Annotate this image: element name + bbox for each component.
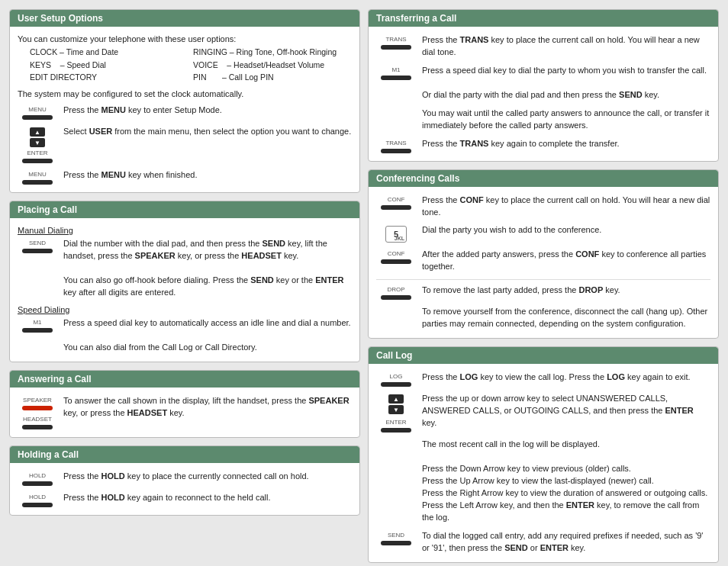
conf-step3-text: After the added party answers, press the… bbox=[422, 249, 710, 273]
five-key-sub: JKL bbox=[395, 236, 404, 241]
arrow-log-text: Press the up or down arrow key to select… bbox=[422, 393, 710, 429]
menu-step3-text: Press the MENU key when finished. bbox=[63, 169, 352, 182]
answering-row: SPEAKER HEADSET To answer the call shown… bbox=[18, 395, 352, 429]
enter-log-btn[interactable] bbox=[381, 428, 411, 433]
speed-heading: Speed Dialing bbox=[18, 305, 352, 314]
trans-wait-text: You may wait until the called party answ… bbox=[422, 108, 710, 132]
send-log-label: SEND bbox=[388, 532, 404, 539]
up-arrow-log[interactable]: ▲ bbox=[388, 394, 404, 404]
send-bold: SEND bbox=[263, 239, 286, 248]
send-bold-trans: SEND bbox=[619, 90, 643, 99]
calllog-body: LOG Press the LOG key to view the call l… bbox=[369, 364, 718, 561]
down-arrow-log[interactable]: ▼ bbox=[388, 405, 404, 414]
trans-key-btn2[interactable] bbox=[381, 149, 411, 153]
menu-step1-row: MENU Press the MENU key to enter Setup M… bbox=[18, 105, 352, 120]
m1-key-col: M1 bbox=[18, 317, 57, 333]
user-setup-body: You can customize your telephone with th… bbox=[10, 27, 359, 192]
speaker-key-label: SPEAKER bbox=[23, 397, 52, 404]
drop-step4-row: DROP To remove the last party added, pre… bbox=[376, 285, 710, 300]
m1-trans-btn[interactable] bbox=[381, 76, 411, 80]
user-setup-intro: You can customize your telephone with th… bbox=[18, 34, 352, 43]
placing-header: Placing a Call bbox=[10, 201, 359, 218]
trans-bold1: TRANS bbox=[460, 35, 489, 44]
menu-key-btn1[interactable] bbox=[22, 115, 53, 120]
arrow-key-col: ▲ ▼ ENTER bbox=[18, 126, 57, 163]
option-ringing: RINGING – Ring Tone, Off-hook Ringing bbox=[193, 47, 352, 58]
up-arrow-btn[interactable]: ▲ bbox=[30, 127, 45, 137]
trans-key-btn1[interactable] bbox=[381, 45, 411, 50]
hold-key-col1: HOLD bbox=[18, 471, 57, 486]
m1-key-label: M1 bbox=[33, 319, 41, 326]
menu-bold3: MENU bbox=[101, 170, 126, 179]
send-key-btn[interactable] bbox=[22, 249, 53, 253]
menu-bold1: MENU bbox=[101, 105, 126, 114]
user-setup-options: CLOCK – Time and Date RINGING – Ring Ton… bbox=[18, 47, 352, 85]
drop-key-btn[interactable] bbox=[381, 295, 411, 300]
menu-key-col1: MENU bbox=[18, 105, 57, 120]
hold-key-label2: HOLD bbox=[29, 494, 46, 500]
hold-step2-row: HOLD Press the HOLD key again to reconne… bbox=[18, 492, 352, 507]
m1-trans-key-col: M1 bbox=[376, 65, 416, 80]
conf-key-btn2[interactable] bbox=[381, 259, 411, 264]
enter-log-label: ENTER bbox=[385, 419, 406, 426]
send-log-key-col: SEND bbox=[376, 530, 416, 545]
arrow-step2-row: ▲ ▼ ENTER Select USER from the main menu… bbox=[18, 126, 352, 163]
conferencing-header: Conferencing Calls bbox=[369, 170, 718, 187]
right-column: Transferring a Call TRANS Press the TRAN… bbox=[368, 9, 719, 563]
holding-body: HOLD Press the HOLD key to place the cur… bbox=[10, 463, 359, 515]
log-key-label: LOG bbox=[390, 373, 403, 380]
conf-key-btn1[interactable] bbox=[381, 205, 411, 210]
recent-row: The most recent call in the log will be … bbox=[376, 439, 710, 524]
conf-step5-text: To remove yourself from the conference, … bbox=[422, 306, 710, 330]
trans-key-col2: TRANS bbox=[376, 138, 416, 153]
holding-header: Holding a Call bbox=[10, 446, 359, 463]
log-bold1: LOG bbox=[460, 372, 478, 381]
speaker-bold-ans: SPEAKER bbox=[308, 396, 349, 405]
enter-bold: ENTER bbox=[315, 275, 343, 285]
log-key-btn[interactable] bbox=[381, 382, 411, 387]
send-log-row: SEND To dial the logged call entry, add … bbox=[376, 530, 710, 555]
enter-key-btn[interactable] bbox=[22, 159, 53, 163]
answering-body: SPEAKER HEADSET To answer the call shown… bbox=[10, 388, 359, 437]
answering-section: Answering a Call SPEAKER HEADSET To answ… bbox=[9, 370, 360, 438]
transferring-body: TRANS Press the TRANS key to place the c… bbox=[369, 27, 718, 161]
hold-step2-text: Press the HOLD key again to reconnect to… bbox=[63, 492, 352, 504]
trans-key-col1: TRANS bbox=[376, 34, 416, 50]
conf-step5-key-col bbox=[376, 306, 416, 307]
down-arrow-btn[interactable]: ▼ bbox=[30, 138, 45, 147]
headset-key-btn[interactable] bbox=[22, 425, 53, 429]
conf-key-label2: CONF bbox=[388, 250, 405, 257]
conf-five-key-col: 5JKL bbox=[376, 224, 416, 243]
hold-key-btn1[interactable] bbox=[22, 481, 53, 486]
conf-divider bbox=[376, 279, 710, 280]
m1-trans-row: M1 Press a speed dial key to dial the pa… bbox=[376, 65, 710, 101]
send-bold-log: SEND bbox=[504, 543, 528, 552]
m1-trans-label: M1 bbox=[391, 66, 400, 73]
manual-text: Dial the number with the dial pad, and t… bbox=[63, 238, 352, 299]
placing-section: Placing a Call Manual Dialing SEND Dial … bbox=[9, 201, 360, 362]
speed-text: Press a speed dial key to automatically … bbox=[63, 317, 352, 354]
conf-bold2: CONF bbox=[575, 249, 599, 259]
hold-key-label1: HOLD bbox=[29, 472, 46, 479]
recent-text: The most recent call in the log will be … bbox=[422, 439, 710, 524]
m1-speed-row: M1 Press a speed dial key to automatical… bbox=[18, 317, 352, 354]
main-layout: User Setup Options You can customize you… bbox=[9, 9, 719, 563]
drop-bold: DROP bbox=[578, 285, 603, 294]
conf-step1-text: Press the CONF key to place the current … bbox=[422, 195, 710, 219]
conf-key-col1: CONF bbox=[376, 195, 416, 210]
menu-key-btn3[interactable] bbox=[22, 180, 53, 185]
enter-bold-log: ENTER bbox=[665, 406, 694, 415]
drop-key-col: DROP bbox=[376, 285, 416, 300]
log-step1-row: LOG Press the LOG key to view the call l… bbox=[376, 371, 710, 387]
m1-key-btn[interactable] bbox=[22, 328, 53, 333]
menu-step3-row: MENU Press the MENU key when finished. bbox=[18, 169, 352, 185]
calllog-section: Call Log LOG Press the LOG key to view t… bbox=[368, 346, 719, 562]
speaker-key-btn[interactable] bbox=[22, 406, 53, 410]
send-log-btn[interactable] bbox=[381, 541, 411, 545]
send-manual-row: SEND Dial the number with the dial pad, … bbox=[18, 238, 352, 299]
conferencing-body: CONF Press the CONF key to place the cur… bbox=[369, 187, 718, 339]
hold-key-btn2[interactable] bbox=[22, 503, 53, 507]
option-voice: VOICE – Headset/Headset Volume bbox=[193, 59, 352, 71]
send-bold2: SEND bbox=[250, 275, 274, 285]
enter-bold-log2: ENTER bbox=[540, 543, 569, 552]
